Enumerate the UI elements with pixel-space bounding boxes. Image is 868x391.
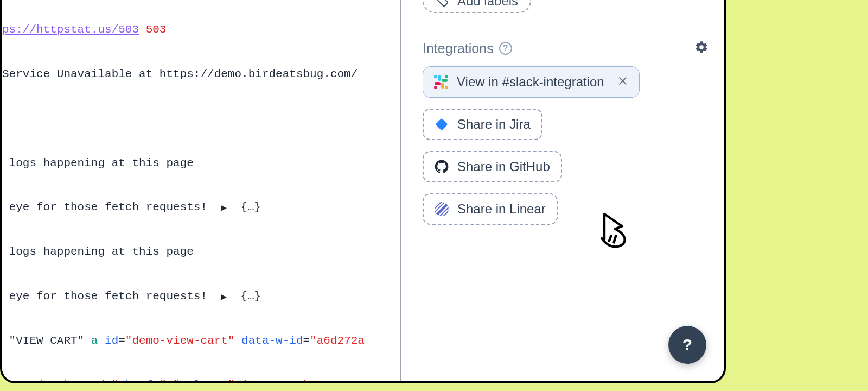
slack-chip[interactable]: View in #slack-integration — [423, 66, 640, 98]
gear-icon[interactable] — [694, 40, 709, 56]
integrations-header: Integrations ? — [423, 40, 709, 56]
console-text: logs happening at this page — [2, 241, 400, 263]
console-pane: ps://httpstat.us/503 503 Service Unavail… — [2, 0, 401, 381]
jira-icon — [435, 117, 449, 131]
console-text: eye for those fetch requests! — [2, 201, 221, 213]
console-string: "a6d272a — [310, 335, 365, 347]
console-text: "VIEW CART" — [2, 335, 91, 347]
add-labels-text: Add labels — [457, 0, 518, 9]
jira-chip-label: Share in Jira — [457, 117, 531, 132]
github-chip-label: Share in GitHub — [457, 159, 550, 174]
details-sidebar: Add labels Integrations ? View in #slack… — [401, 0, 724, 381]
console-attr: data-w-id — [235, 335, 303, 347]
close-icon[interactable] — [617, 74, 628, 90]
linear-chip[interactable]: Share in Linear — [423, 193, 558, 225]
add-labels-button[interactable]: Add labels — [423, 0, 531, 13]
jira-chip[interactable]: Share in Jira — [423, 109, 542, 140]
console-object[interactable]: {…} — [227, 201, 261, 213]
pointer-cursor-icon — [591, 209, 634, 252]
console-tag: a — [91, 335, 98, 347]
console-string: "demo-view-cart" — [125, 335, 235, 347]
console-text: logs happening at this page — [2, 153, 400, 175]
help-icon[interactable]: ? — [499, 42, 512, 55]
app-window: ps://httpstat.us/503 503 Service Unavail… — [0, 0, 726, 383]
integrations-title: Integrations — [423, 41, 494, 56]
svg-rect-3 — [436, 118, 448, 131]
console-object[interactable]: {…} — [227, 290, 261, 302]
github-icon — [435, 160, 449, 174]
linear-icon — [435, 202, 449, 216]
slack-chip-label: View in #slack-integration — [457, 74, 604, 90]
github-chip[interactable]: Share in GitHub — [423, 151, 562, 182]
tag-icon — [436, 0, 450, 8]
help-fab-button[interactable]: ? — [668, 326, 706, 364]
console-status: 503 — [139, 23, 166, 36]
console-string: 4e3-0d764b0c78d9" — [2, 379, 118, 381]
help-fab-label: ? — [682, 336, 692, 354]
expand-arrow-icon[interactable]: ▶ — [221, 199, 227, 218]
linear-chip-label: Share in Linear — [457, 201, 546, 217]
console-attr: href — [118, 379, 152, 381]
console-attr: class — [180, 379, 221, 381]
console-url: ps://httpstat.us/503 — [2, 23, 139, 36]
expand-arrow-icon[interactable]: ▶ — [221, 288, 227, 307]
console-string: "view-cart-button w- — [228, 379, 365, 381]
slack-icon — [434, 75, 448, 89]
console-text: eye for those fetch requests! — [2, 290, 221, 302]
console-string: "#" — [159, 379, 180, 381]
console-text: Service Unavailable at https://demo.bird… — [2, 64, 400, 86]
console-attr: id — [98, 335, 118, 347]
integration-list: View in #slack-integration Share in Jira… — [423, 66, 709, 225]
